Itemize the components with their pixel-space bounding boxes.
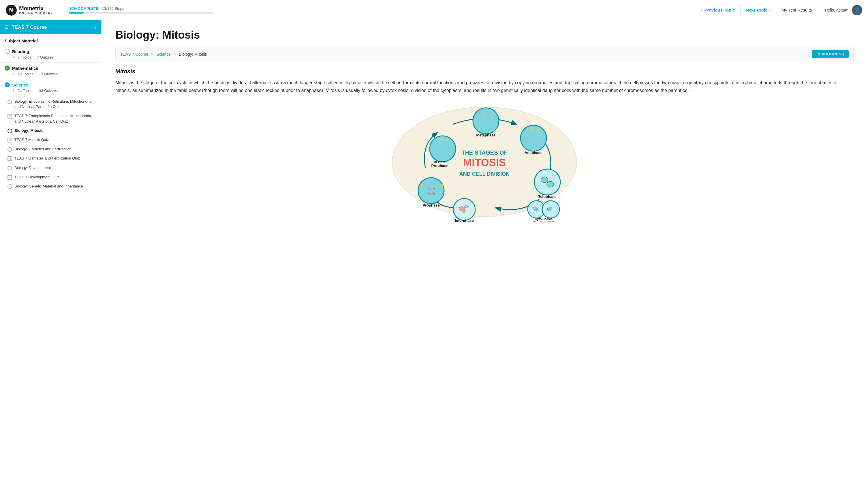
topic-name-genetic: Biology: Genetic Material and Inheritanc… <box>14 184 83 189</box>
svg-text:⚡: ⚡ <box>481 111 485 115</box>
body-text: Mitosis is the stage of the cell cycle i… <box>115 79 854 94</box>
math-sep: | <box>36 72 37 76</box>
topic-item-genetic[interactable]: Biology: Genetic Material and Inheritanc… <box>0 182 101 191</box>
progress-steps: 13/125 Steps <box>102 7 124 11</box>
math-circle: ✓ <box>4 65 10 71</box>
svg-text:⚡: ⚡ <box>420 183 425 188</box>
science-sep: | <box>36 88 37 93</box>
quiz-icon-gametes: □ <box>8 156 12 161</box>
quiz-icon-mitosis: □ <box>8 138 12 143</box>
sidebar-section-mathematics[interactable]: ✓ Mathematics ✓ 12 Topics | 12 Quizzes <box>0 63 101 79</box>
svg-text:AND CELL DIVISION: AND CELL DIVISION <box>459 171 510 177</box>
svg-point-32 <box>547 181 554 187</box>
topic-item-gametes[interactable]: Biology: Gametes and Fertilization <box>0 145 101 154</box>
quiz-item-development[interactable]: □ TEAS 7 Development Quiz <box>0 172 101 182</box>
breadcrumb-link-course[interactable]: TEAS 7 Course <box>120 52 148 57</box>
svg-text:⚡: ⚡ <box>529 127 533 132</box>
svg-text:MITOSIS: MITOSIS <box>463 157 506 169</box>
quiz-item-gametes[interactable]: □ TEAS 7 Gametes and Fertilization Quiz <box>0 154 101 163</box>
math-title: Mathematics <box>12 66 38 71</box>
svg-text:∿∿: ∿∿ <box>427 185 435 191</box>
user-avatar: 👤 <box>852 5 862 15</box>
math-section-header[interactable]: ✓ Mathematics <box>4 65 96 71</box>
svg-text:⚡: ⚡ <box>536 127 541 132</box>
next-topic-button[interactable]: Next Topic › <box>741 5 776 15</box>
sidebar: ☰ TEAS 7 Course ‹ Subject Material Readi… <box>0 20 101 499</box>
svg-text:(Daughter Cells): (Daughter Cells) <box>533 221 554 222</box>
logo-title: Mometrix <box>19 5 53 12</box>
svg-point-41 <box>459 207 465 210</box>
sidebar-header-left: ☰ TEAS 7 Course <box>4 25 47 30</box>
reading-meta: ✓ 7 Topics | 7 Quizzes <box>12 55 96 59</box>
svg-point-43 <box>462 210 466 212</box>
topic-item-mitosis[interactable]: Biology: Mitosis <box>0 126 101 135</box>
sidebar-section-reading[interactable]: Reading ✓ 7 Topics | 7 Quizzes <box>0 46 101 63</box>
science-check-icon: ⇧ <box>12 88 15 93</box>
breadcrumb-current: Biology: Mitosis <box>179 52 207 57</box>
topic-name-development: Biology: Development <box>14 165 51 170</box>
svg-text:— —: — — <box>438 148 446 152</box>
diagram-container: THE STAGES OF MITOSIS AND CELL DIVISION <box>115 101 854 222</box>
progress-bar-bg <box>69 12 213 14</box>
prev-topic-label: Previous Topic <box>704 8 735 12</box>
section-heading: Mitosis <box>115 68 854 75</box>
svg-text:∿∿: ∿∿ <box>427 190 435 196</box>
quiz-name-endoplasmic: TEAS 7 Endoplasmic Reticulum, Mitochondr… <box>14 113 96 124</box>
progress-area: 10% COMPLETE 13/125 Steps <box>69 7 213 14</box>
quiz-name-gametes: TEAS 7 Gametes and Fertilization Quiz <box>14 156 80 161</box>
science-topics: 34 Topics <box>17 88 34 93</box>
science-section-header[interactable]: ✓ Science <box>4 82 96 87</box>
svg-text:· ·: · · <box>531 133 533 136</box>
svg-text:· ·: · · <box>533 137 536 141</box>
user-area: Hello, aexum! 👤 <box>820 5 862 15</box>
svg-point-31 <box>541 177 548 183</box>
sidebar-collapse-button[interactable]: ‹ <box>94 24 96 30</box>
topic-circle-genetic <box>8 184 12 189</box>
svg-text:Prophase: Prophase <box>422 203 439 207</box>
reading-circle <box>4 49 10 54</box>
svg-text:⚡: ⚡ <box>440 137 444 142</box>
reading-title: Reading <box>12 49 29 54</box>
next-arrow-icon: › <box>769 8 770 13</box>
quiz-name-mitosis: TEAS 7 Mitosis Quiz <box>14 137 49 143</box>
prev-topic-button[interactable]: ‹ Previous Topic <box>696 5 740 15</box>
quiz-item-mitosis[interactable]: □ TEAS 7 Mitosis Quiz <box>0 135 101 145</box>
logo-subtitle: ONLINE COURSES <box>19 12 53 15</box>
quiz-icon-endoplasmic: □ <box>8 114 12 119</box>
svg-point-36 <box>533 207 537 211</box>
svg-text:⚡: ⚡ <box>440 183 445 188</box>
math-topics: 12 Topics <box>17 72 34 76</box>
topic-circle-gametes <box>8 147 12 152</box>
science-circle: ✓ <box>4 82 10 87</box>
topic-circle-mitosis <box>8 129 12 133</box>
sidebar-scroll: Reading ✓ 7 Topics | 7 Quizzes ✓ Mathema… <box>0 46 101 499</box>
topic-circle-endoplasmic <box>8 99 12 104</box>
breadcrumb-link-science[interactable]: Science <box>156 52 171 57</box>
math-check-icon: ✓ <box>12 72 15 76</box>
svg-text:Metaphase: Metaphase <box>476 133 495 137</box>
reading-topics: 7 Topics <box>17 55 31 59</box>
reading-check-icon: ✓ <box>12 55 15 59</box>
prev-arrow-icon: ‹ <box>701 8 703 13</box>
svg-text:| |: | | <box>484 121 487 125</box>
svg-text:Interphase: Interphase <box>455 218 474 222</box>
topic-item-endoplasmic[interactable]: Biology: Endoplasmic Reticulum, Mitochon… <box>0 97 101 111</box>
svg-point-42 <box>464 205 469 208</box>
main-layout: ☰ TEAS 7 Course ‹ Subject Material Readi… <box>0 20 868 499</box>
svg-point-30 <box>534 169 560 195</box>
quiz-item-endoplasmic[interactable]: □ TEAS 7 Endoplasmic Reticulum, Mitochon… <box>0 111 101 126</box>
mitosis-diagram: THE STAGES OF MITOSIS AND CELL DIVISION <box>386 101 583 222</box>
logo-box: Mometrix ONLINE COURSES <box>19 5 53 15</box>
sidebar-section-science[interactable]: ✓ Science ⇧ 34 Topics | 33 Quizzes <box>0 79 101 96</box>
reading-section-header[interactable]: Reading <box>4 49 96 54</box>
menu-icon: ☰ <box>4 25 9 30</box>
test-results-button[interactable]: My Test Results <box>776 5 817 15</box>
reading-quizzes: 7 Quizzes <box>37 55 54 59</box>
svg-text:⚡: ⚡ <box>446 137 450 142</box>
topic-item-development[interactable]: Biology: Development <box>0 163 101 172</box>
sidebar-course-title: TEAS 7 Course <box>12 25 47 30</box>
science-title: Science <box>12 83 28 87</box>
page-title: Biology: Mitosis <box>115 29 854 41</box>
topic-name-mitosis: Biology: Mitosis <box>14 128 43 133</box>
next-topic-label: Next Topic <box>746 8 768 12</box>
